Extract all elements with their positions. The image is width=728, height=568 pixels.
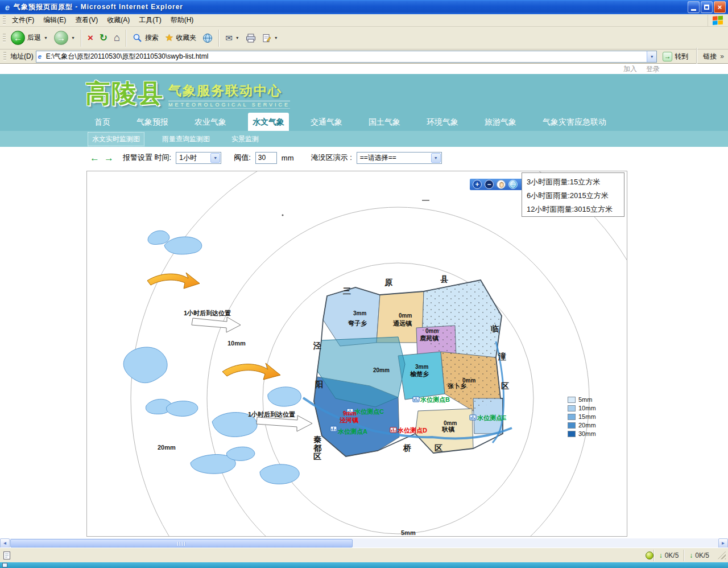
legend-label: 30mm bbox=[578, 430, 596, 437]
legend-label: 15mm bbox=[578, 413, 596, 420]
scroll-right-button[interactable]: ► bbox=[718, 538, 728, 548]
favorites-button[interactable]: ★ 收藏夹 bbox=[162, 28, 199, 48]
mail-dropdown-icon[interactable]: ▼ bbox=[235, 36, 239, 40]
edit-button[interactable]: ▼ bbox=[259, 28, 281, 48]
nav-traffic[interactable]: 交通气象 bbox=[306, 113, 347, 131]
flood-select-arrow-icon[interactable]: ▼ bbox=[431, 153, 441, 163]
nav-agriculture[interactable]: 农业气象 bbox=[190, 113, 231, 131]
menu-tools[interactable]: 工具(T) bbox=[134, 14, 166, 26]
rain-label: 0mm bbox=[425, 328, 439, 334]
address-input[interactable] bbox=[46, 52, 647, 61]
subnav-live-view[interactable]: 实景监测 bbox=[228, 133, 263, 146]
close-button[interactable]: × bbox=[714, 1, 726, 13]
download-speed-2: 0K/5 bbox=[695, 551, 709, 559]
minimize-button[interactable] bbox=[688, 1, 700, 13]
taskbar-icon bbox=[2, 563, 7, 567]
search-button[interactable]: 搜索 bbox=[130, 28, 162, 48]
time-select-arrow-icon[interactable]: ▼ bbox=[210, 153, 220, 163]
menu-favorites[interactable]: 收藏(A) bbox=[102, 14, 134, 26]
login-link[interactable]: 登录 bbox=[646, 64, 660, 74]
station-a-icon[interactable] bbox=[330, 426, 337, 431]
menu-help[interactable]: 帮助(H) bbox=[166, 14, 198, 26]
station-a-label[interactable]: 水位测点A bbox=[337, 428, 367, 435]
pan-button[interactable] bbox=[497, 180, 506, 189]
flood-demo-label: 淹没区演示 : bbox=[311, 153, 352, 163]
horizontal-scrollbar[interactable]: ◄ ► bbox=[0, 538, 728, 548]
neighbor-label: 县 bbox=[440, 274, 448, 283]
menu-file[interactable]: 文件(F) bbox=[7, 14, 39, 26]
menu-edit[interactable]: 编辑(E) bbox=[39, 14, 71, 26]
scroll-left-button[interactable]: ◄ bbox=[0, 538, 10, 548]
nav-environment[interactable]: 环境气象 bbox=[422, 113, 463, 131]
star-icon: ★ bbox=[165, 32, 173, 44]
town-label-luyuanzhen: 鹿苑镇 bbox=[419, 335, 439, 341]
station-b-label[interactable]: 水位测点B bbox=[420, 396, 450, 403]
station-c-label[interactable]: 水位测点C bbox=[354, 408, 384, 415]
globe-icon bbox=[202, 33, 213, 43]
arrival-label-2: 1小时后到达位置 bbox=[248, 411, 295, 418]
neighbor-label: 秦 bbox=[313, 435, 322, 444]
drag-grip[interactable] bbox=[3, 16, 6, 25]
neighbor-label: 区 bbox=[435, 443, 442, 452]
station-e-label[interactable]: 水位测点E bbox=[477, 414, 506, 421]
zoom-out-button[interactable]: − bbox=[485, 180, 494, 189]
mail-button[interactable]: ✉ ▼ bbox=[222, 28, 242, 48]
home-button[interactable]: ⌂ bbox=[111, 28, 123, 48]
subnav-rain-query[interactable]: 雨量查询监测图 bbox=[158, 133, 214, 146]
threshold-unit: mm bbox=[282, 154, 294, 162]
back-dropdown-icon[interactable]: ▼ bbox=[44, 36, 48, 40]
edit-dropdown-icon[interactable]: ▼ bbox=[274, 36, 278, 40]
menu-view[interactable]: 查看(V) bbox=[71, 14, 102, 26]
map-container: 10mm 20mm 5mm 1小时后到达位置 1小时后到达位置 三 原 县 泾 … bbox=[86, 171, 627, 537]
go-icon: → bbox=[663, 52, 672, 61]
flow-arrow-icon bbox=[222, 363, 280, 380]
globe-button[interactable] bbox=[508, 180, 518, 189]
nav-home[interactable]: 首页 bbox=[90, 113, 115, 131]
station-e-icon[interactable] bbox=[470, 415, 476, 420]
stop-button[interactable]: × bbox=[85, 28, 96, 48]
edit-icon bbox=[262, 34, 271, 43]
windows-logo-icon bbox=[708, 15, 727, 26]
drag-grip[interactable] bbox=[3, 52, 6, 61]
drag-grip[interactable] bbox=[3, 34, 6, 43]
scrollbar-thumb[interactable] bbox=[10, 539, 353, 548]
station-d-label[interactable]: 水位测点D bbox=[397, 427, 427, 434]
next-arrow-button[interactable]: → bbox=[104, 153, 114, 163]
download-icon: ↓ bbox=[659, 551, 663, 559]
nav-weather-forecast[interactable]: 气象预报 bbox=[132, 113, 173, 131]
maximize-button[interactable] bbox=[701, 1, 713, 13]
resize-grip[interactable] bbox=[718, 551, 726, 559]
threshold-input[interactable] bbox=[255, 152, 277, 164]
flood-select[interactable]: ==请选择== ▼ bbox=[357, 152, 442, 164]
go-button[interactable]: → 转到 bbox=[659, 50, 692, 63]
nav-hydrology[interactable]: 水文气象 bbox=[248, 113, 289, 131]
forward-button[interactable]: → ▼ bbox=[51, 28, 78, 48]
nav-land[interactable]: 国土气象 bbox=[364, 113, 405, 131]
links-chevron-icon[interactable]: » bbox=[720, 52, 726, 60]
station-b-icon[interactable] bbox=[413, 397, 419, 402]
address-field: e ▼ bbox=[36, 51, 657, 63]
subnav-realtime-monitor[interactable]: 水文实时监测图 bbox=[88, 132, 144, 146]
nav-disaster-emergency[interactable]: 气象灾害应急联动 bbox=[538, 113, 611, 131]
address-dropdown-icon[interactable]: ▼ bbox=[647, 51, 656, 62]
site-logo: 高陵县 bbox=[85, 77, 164, 110]
town-label-jinghezhen: 泾河镇 bbox=[340, 417, 359, 423]
refresh-button[interactable]: ↻ bbox=[97, 28, 110, 48]
station-d-icon[interactable] bbox=[390, 427, 396, 433]
back-button[interactable]: ← 后退 ▼ bbox=[8, 28, 51, 48]
zoom-in-button[interactable]: + bbox=[473, 180, 482, 189]
print-button[interactable] bbox=[243, 28, 259, 48]
page-icon: e bbox=[38, 53, 46, 60]
links-label[interactable]: 链接 bbox=[702, 52, 718, 61]
time-select[interactable]: 1小时 ▼ bbox=[176, 152, 221, 164]
ring-label-5mm: 5mm bbox=[401, 529, 416, 536]
prev-arrow-button[interactable]: ← bbox=[90, 153, 100, 163]
legend-row: 15mm bbox=[568, 413, 596, 420]
address-label: 地址(D) bbox=[10, 52, 34, 61]
ie-icon: e bbox=[2, 2, 13, 13]
join-link[interactable]: 加入 bbox=[623, 64, 637, 74]
history-button[interactable] bbox=[200, 28, 216, 48]
nav-tourism[interactable]: 旅游气象 bbox=[480, 113, 521, 131]
flood-select-value: ==请选择== bbox=[360, 153, 396, 163]
forward-dropdown-icon[interactable]: ▼ bbox=[71, 36, 75, 40]
